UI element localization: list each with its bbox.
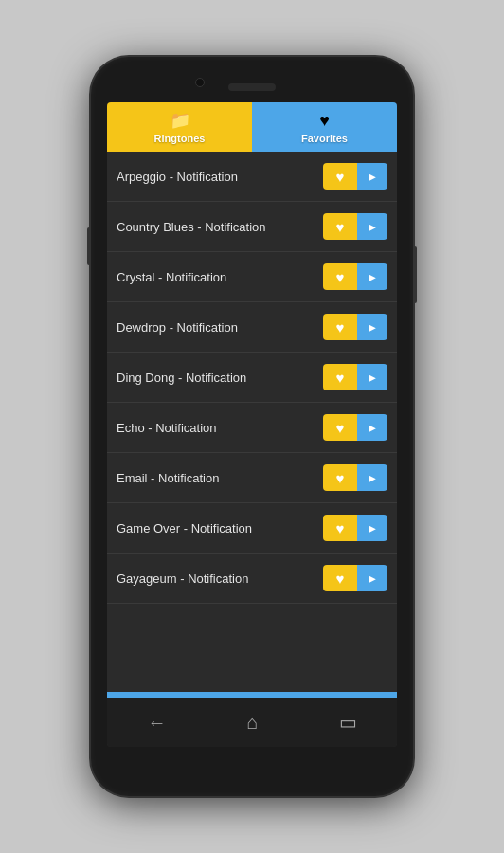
volume-button [87, 227, 91, 265]
item-actions-5: ♥ ► [323, 414, 387, 441]
play-icon-4: ► [367, 371, 379, 385]
play-icon-2: ► [367, 270, 379, 284]
camera [195, 78, 205, 87]
item-actions-7: ♥ ► [323, 515, 387, 541]
list-item[interactable]: Country Blues - Notification ♥ ► [107, 202, 397, 252]
list-item[interactable]: Crystal - Notification ♥ ► [107, 252, 397, 302]
favorite-button-2[interactable]: ♥ [323, 263, 357, 290]
recents-button[interactable]: ▭ [324, 703, 372, 741]
favorite-button-1[interactable]: ♥ [323, 213, 357, 240]
heart-icon-1: ♥ [336, 219, 345, 235]
list-item[interactable]: Email - Notification ♥ ► [107, 453, 397, 503]
tab-bar: 📁 Ringtones ♥ Favorites [107, 102, 397, 152]
notification-list: Arpeggio - Notification ♥ ► Country Blue… [107, 152, 397, 692]
heart-icon-0: ♥ [336, 169, 345, 185]
play-icon-0: ► [367, 170, 379, 184]
tab-ringtones-label: Ringtones [154, 133, 206, 144]
heart-icon-3: ♥ [336, 319, 345, 336]
item-name-1: Country Blues - Notification [117, 220, 323, 234]
tab-favorites-label: Favorites [301, 133, 348, 144]
heart-icon-7: ♥ [336, 520, 345, 536]
item-name-4: Ding Dong - Notification [117, 371, 323, 385]
favorite-button-7[interactable]: ♥ [323, 515, 357, 541]
favorite-button-4[interactable]: ♥ [323, 364, 357, 390]
play-button-1[interactable]: ► [357, 213, 387, 240]
item-actions-8: ♥ ► [323, 565, 387, 591]
play-icon-3: ► [367, 320, 379, 335]
list-item[interactable]: Dewdrop - Notification ♥ ► [107, 302, 397, 353]
item-name-2: Crystal - Notification [117, 270, 323, 284]
ringtones-icon: 📁 [170, 110, 190, 131]
play-button-2[interactable]: ► [357, 263, 387, 290]
play-icon-8: ► [367, 572, 379, 586]
item-name-7: Game Over - Notification [117, 521, 323, 535]
phone-screen: 📁 Ringtones ♥ Favorites Arpeggio - Notif… [107, 102, 397, 747]
play-icon-6: ► [367, 471, 379, 485]
favorite-button-6[interactable]: ♥ [323, 464, 357, 491]
play-icon-5: ► [367, 421, 379, 435]
item-actions-0: ♥ ► [323, 163, 387, 190]
item-name-8: Gayageum - Notification [117, 572, 323, 586]
item-actions-1: ♥ ► [323, 213, 387, 240]
list-item[interactable]: Arpeggio - Notification ♥ ► [107, 152, 397, 202]
play-button-8[interactable]: ► [357, 565, 387, 591]
favorite-button-3[interactable]: ♥ [323, 314, 357, 340]
heart-icon-8: ♥ [336, 571, 345, 587]
tab-ringtones[interactable]: 📁 Ringtones [107, 102, 252, 152]
heart-icon-4: ♥ [336, 370, 345, 386]
item-name-5: Echo - Notification [117, 421, 323, 435]
favorites-icon: ♥ [319, 111, 330, 131]
item-actions-3: ♥ ► [323, 314, 387, 340]
item-actions-6: ♥ ► [323, 464, 387, 491]
item-name-3: Dewdrop - Notification [117, 320, 323, 335]
play-button-5[interactable]: ► [357, 414, 387, 441]
heart-icon-5: ♥ [336, 420, 345, 436]
power-button [413, 246, 417, 303]
list-item[interactable]: Echo - Notification ♥ ► [107, 403, 397, 453]
play-icon-1: ► [367, 220, 379, 234]
home-button[interactable]: ⌂ [231, 704, 273, 741]
item-actions-4: ♥ ► [323, 364, 387, 390]
list-item[interactable]: Gayageum - Notification ♥ ► [107, 554, 397, 604]
phone-device: 📁 Ringtones ♥ Favorites Arpeggio - Notif… [91, 57, 413, 796]
favorite-button-0[interactable]: ♥ [323, 163, 357, 190]
item-name-0: Arpeggio - Notification [117, 170, 323, 184]
back-button[interactable]: ← [132, 704, 181, 741]
play-button-4[interactable]: ► [357, 364, 387, 390]
item-name-6: Email - Notification [117, 471, 323, 485]
favorite-button-5[interactable]: ♥ [323, 414, 357, 441]
heart-icon-2: ♥ [336, 269, 345, 285]
favorite-button-8[interactable]: ♥ [323, 565, 357, 591]
nav-bar: ← ⌂ ▭ [107, 698, 397, 747]
item-actions-2: ♥ ► [323, 263, 387, 290]
play-button-3[interactable]: ► [357, 314, 387, 340]
heart-icon-6: ♥ [336, 470, 345, 486]
list-item[interactable]: Game Over - Notification ♥ ► [107, 503, 397, 554]
tab-favorites[interactable]: ♥ Favorites [252, 102, 397, 152]
play-button-0[interactable]: ► [357, 163, 387, 190]
play-button-6[interactable]: ► [357, 464, 387, 491]
play-icon-7: ► [367, 521, 379, 535]
list-item[interactable]: Ding Dong - Notification ♥ ► [107, 353, 397, 403]
play-button-7[interactable]: ► [357, 515, 387, 541]
